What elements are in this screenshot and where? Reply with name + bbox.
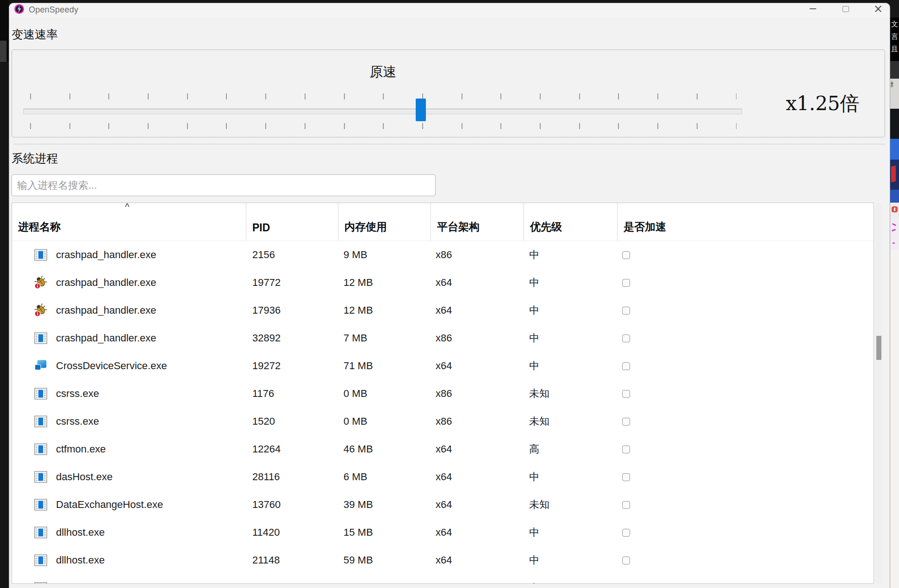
accelerate-checkbox[interactable] [622,334,630,342]
process-name: CrossDeviceService.exe [56,360,167,372]
sort-ascending-icon: ^ [125,203,129,212]
process-pid: 1176 [252,388,274,400]
default-exe-icon [34,553,48,567]
notification-badge-icon [892,206,898,212]
accelerate-checkbox[interactable] [622,446,630,453]
accelerate-checkbox[interactable] [622,557,630,564]
process-name: crashpad_handler.exe [56,249,156,261]
process-priority: 中 [529,359,539,373]
table-body: crashpad_handler.exe 2156 9 MB x86 中 cra… [12,241,874,584]
process-name: crashpad_handler.exe [56,304,156,316]
bug-icon [34,276,48,290]
process-pid: 32892 [252,332,281,344]
process-name: csrss.exe [56,388,99,400]
accelerate-checkbox[interactable] [622,390,630,398]
process-memory: 12 MB [343,277,373,289]
accelerate-checkbox[interactable] [622,251,630,259]
process-priority: 未知 [529,387,549,401]
process-priority: 中 [529,553,539,567]
process-priority: 中 [529,470,539,484]
process-name: csrss.exe [56,415,99,427]
speed-multiplier-value: x1.25倍 [776,91,869,117]
table-row[interactable]: ctfmon.exe 12264 46 MB x64 高 [12,435,874,463]
minimize-button[interactable] [802,1,824,16]
table-row[interactable]: dllhost.exe 21148 59 MB x64 中 [12,546,874,574]
accelerate-checkbox[interactable] [622,473,630,481]
accelerate-checkbox[interactable] [622,279,630,287]
accelerate-checkbox[interactable] [622,307,630,315]
process-pid: 28116 [252,471,280,483]
speed-slider-handle[interactable] [416,99,426,121]
table-row[interactable]: crashpad_handler.exe 19772 12 MB x64 中 [12,269,874,297]
process-arch: x64 [436,360,452,372]
accelerate-checkbox[interactable] [622,362,630,370]
process-memory: 0 MB [343,388,367,400]
column-header-pid[interactable]: PID [246,203,338,241]
process-pid: 11420 [252,526,280,538]
title-bar[interactable] [9,3,890,19]
table-row[interactable]: crashpad_handler.exe 17936 12 MB x64 中 [12,297,874,324]
process-name: dllhost.exe [56,582,105,584]
minimize-icon [810,8,816,9]
column-header-priority[interactable]: 优先级 [524,203,618,241]
table-row[interactable]: csrss.exe 1176 0 MB x86 未知 [12,380,874,408]
background-window-right: 文言且 纟 [890,0,899,588]
accelerate-checkbox[interactable] [622,501,630,509]
process-memory: 12 MB [343,304,373,316]
process-memory: 6 MB [343,471,367,483]
cross-device-icon [34,359,48,373]
table-row[interactable]: crashpad_handler.exe 2156 9 MB x86 中 [12,241,874,269]
default-exe-icon [34,442,48,456]
slider-ticks-bottom [30,123,737,129]
table-row[interactable]: DataExchangeHost.exe 13760 39 MB x64 未知 [12,491,874,519]
process-priority: 中 [529,526,539,539]
process-memory: 0 MB [343,415,367,427]
process-arch: x64 [436,443,452,455]
process-priority: 中 [529,331,539,345]
process-arch: x64 [436,526,452,538]
process-arch: x64 [436,499,452,511]
background-side-glyph: 纟 [890,79,899,109]
process-memory: 46 MB [343,443,373,455]
background-window-left-patch [0,41,6,62]
process-priority: 中 [529,581,539,584]
process-pid: 19772 [252,277,281,289]
maximize-button[interactable] [835,1,856,16]
table-row[interactable]: dasHost.exe 28116 6 MB x64 中 [12,463,874,491]
process-table: 进程名称 ^ PID 内存使用 平台架构 优先级 是否加速 crashpad_h… [12,203,874,584]
column-header-accelerate[interactable]: 是否加速 [618,203,874,241]
column-header-name[interactable]: 进程名称 ^ [12,203,246,241]
process-pid: 19272 [252,360,281,372]
process-pid: 1520 [252,415,275,427]
process-arch: x86 [436,332,452,344]
table-row[interactable]: dllhost.exe 11420 15 MB x64 中 [12,519,874,546]
speed-slider-track[interactable] [23,109,742,114]
slider-ticks-top [30,93,737,99]
process-arch: x64 [436,554,452,566]
process-priority: 未知 [529,415,549,428]
process-memory: 7 MB [343,332,367,344]
process-search-input[interactable] [12,174,436,196]
table-row[interactable]: dllhost.exe 17032 10 MB x64 中 [12,574,874,584]
close-button[interactable]: × [868,1,889,16]
table-scrollbar-track[interactable] [876,203,882,584]
column-header-memory[interactable]: 内存使用 [338,203,431,241]
default-exe-icon [34,526,48,539]
process-pid: 21148 [252,554,280,566]
table-row[interactable]: crashpad_handler.exe 32892 7 MB x86 中 [12,324,874,352]
process-pid: 2156 [252,249,275,261]
table-row[interactable]: csrss.exe 1520 0 MB x86 未知 [12,408,874,435]
table-row[interactable]: CrossDeviceService.exe 19272 71 MB x64 中 [12,352,874,380]
table-scrollbar-thumb[interactable] [876,336,881,360]
process-arch: x64 [436,277,452,289]
accelerate-checkbox[interactable] [622,529,630,537]
process-arch: x86 [436,249,452,261]
accelerate-checkbox[interactable] [622,418,630,426]
section-divider [14,144,885,144]
process-name: dllhost.exe [56,526,105,538]
default-exe-icon [34,581,48,584]
column-header-arch[interactable]: 平台架构 [431,203,524,241]
process-name: dasHost.exe [56,471,112,483]
process-memory: 59 MB [343,554,373,566]
maximize-icon [843,6,849,12]
